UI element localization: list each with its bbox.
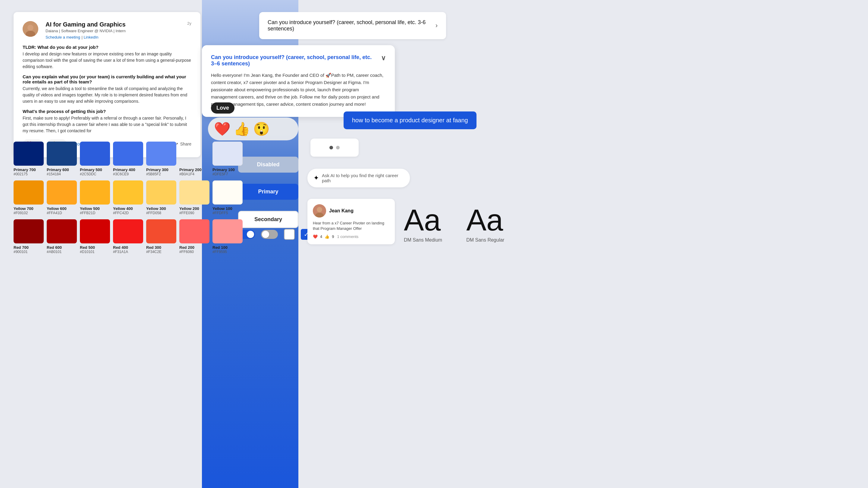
faq-answer: Hello everyone! I'm Jean Kang, the Found…: [211, 72, 386, 108]
heart-reaction-icon[interactable]: ❤️: [214, 121, 230, 137]
linkedin-link[interactable]: LinkedIn: [84, 35, 98, 39]
dot-1: [330, 146, 333, 150]
wow-reaction-icon[interactable]: 😲: [253, 121, 270, 137]
yellow-palette-row: Yellow 700 #F09102 Yellow 600 #FFA41D Ye…: [13, 181, 243, 215]
section3-text: First, make sure to apply! Preferably wi…: [23, 115, 191, 134]
jean-comments: 1 comments: [337, 234, 358, 239]
post-card: AI for Gaming and Graphics Daiana | Soft…: [13, 12, 200, 157]
swatch-yellow-400: Yellow 400 #FFC42D: [113, 181, 143, 215]
primary-palette-row: Primary 700 #002175 Primary 600 #154184 …: [13, 141, 243, 176]
avatar: [23, 21, 38, 37]
svg-point-4: [317, 207, 322, 213]
schedule-meeting-link[interactable]: Schedule a meeting: [45, 35, 80, 39]
swatch-yellow-600: Yellow 600 #FFA41D: [47, 181, 77, 215]
sparkle-icon: ✦: [313, 174, 319, 182]
love-tooltip: Love: [211, 102, 235, 113]
chevron-right-icon: ›: [435, 22, 438, 30]
section3-title: What's the process of getting this job?: [23, 109, 191, 114]
swatch-red-300: Red 300 #F34C2E: [146, 219, 176, 254]
jean-reactions: ❤️ 4 👍 9: [313, 234, 334, 239]
primary-label: Primary: [258, 189, 278, 195]
swatch-primary-300: Primary 300 #5B85F2: [146, 141, 176, 176]
swatch-yellow-200: Yellow 200 #FFE090: [179, 181, 210, 215]
swatch-red-600: Red 600 #AB0101: [47, 219, 77, 254]
toggle-off[interactable]: [261, 230, 278, 239]
toggle-row: ✓: [238, 229, 312, 240]
section1-text: I develop and design new features or imp…: [23, 51, 191, 70]
section2-title: Can you explain what you (or your team) …: [23, 74, 191, 84]
jean-header: Jean Kang: [313, 204, 390, 218]
jean-desc: Hear from a x7 Career Pivoter on landing…: [313, 221, 390, 231]
chevron-up-icon: ∨: [381, 54, 386, 62]
type-medium-sample: Aa: [404, 205, 442, 235]
jean-kang-card[interactable]: Jean Kang Hear from a x7 Career Pivoter …: [307, 199, 395, 244]
jean-avatar: [313, 204, 326, 218]
post-time: 2y: [187, 21, 191, 26]
ai-ask-bar[interactable]: ✦ Ask AI to help you find the right care…: [307, 169, 410, 187]
post-author: Daiana | Software Engineer @ NVIDIA | In…: [45, 29, 187, 33]
disabled-button: Disabled: [238, 157, 299, 173]
thumbsup-reaction-icon[interactable]: 👍: [234, 121, 250, 137]
jean-name: Jean Kang: [329, 208, 353, 214]
disabled-label: Disabled: [257, 161, 279, 167]
checkbox-unchecked[interactable]: [284, 229, 295, 240]
swatch-yellow-500: Yellow 500 #FFB21D: [80, 181, 110, 215]
swatch-red-700: Red 700 #900101: [13, 219, 44, 254]
type-regular-sample: Aa: [466, 205, 504, 235]
secondary-label: Secondary: [254, 216, 282, 222]
swatch-yellow-100: Yellow 100 #FFDFF5: [213, 181, 243, 215]
post-meta: AI for Gaming and Graphics Daiana | Soft…: [45, 21, 187, 40]
swatch-red-500: Red 500 #D10101: [80, 219, 110, 254]
swatch-primary-500: Primary 500 #2C5DDC: [80, 141, 110, 176]
type-medium: Aa DM Sans Medium: [404, 205, 442, 243]
red-palette-row: Red 700 #900101 Red 600 #AB0101 Red 500 …: [13, 219, 243, 254]
swatch-yellow-300: Yellow 300 #FFD058: [146, 181, 176, 215]
love-label: Love: [216, 105, 229, 111]
ai-ask-text: Ask AI to help you find the right career…: [322, 173, 404, 183]
secondary-button[interactable]: Secondary: [238, 211, 299, 228]
section1-title: TLDR: What do you do at your job?: [23, 44, 191, 50]
swatch-red-100: Red 100 #FF9595: [213, 219, 243, 254]
swatch-yellow-700: Yellow 700 #F09102: [13, 181, 44, 215]
toggle-knob-off: [262, 231, 269, 238]
color-palette: Primary 700 #002175 Primary 600 #154184 …: [13, 141, 243, 254]
section2-text: Currently, we are building a tool to str…: [23, 86, 191, 104]
swatch-red-400: Red 400 #F31A1A: [113, 219, 143, 254]
dots-indicator: [310, 138, 359, 157]
swatch-primary-100: Primary 100 #DFE5F7: [213, 141, 243, 176]
jean-heart-icon: ❤️: [313, 234, 318, 239]
dot-2: [336, 146, 340, 150]
swatch-red-200: Red 200 #FF6060: [179, 219, 210, 254]
ai-search-label: how to become a product designer at faan…: [352, 117, 468, 124]
jean-footer: ❤️ 4 👍 9 1 comments: [313, 234, 390, 239]
type-medium-name: DM Sans Medium: [404, 237, 442, 243]
jean-like-count: 9: [332, 234, 334, 239]
jean-thumb-icon: 👍: [324, 234, 330, 239]
type-regular: Aa DM Sans Regular: [466, 205, 504, 243]
swatch-primary-600: Primary 600 #154184: [47, 141, 77, 176]
post-header: AI for Gaming and Graphics Daiana | Soft…: [23, 21, 191, 40]
reaction-picker[interactable]: ❤️ 👍 😲: [208, 118, 299, 140]
swatch-primary-700: Primary 700 #002175: [13, 141, 44, 176]
post-title: AI for Gaming and Graphics: [45, 21, 187, 28]
svg-point-1: [27, 25, 33, 31]
swatch-primary-400: Primary 400 #3C6CE9: [113, 141, 143, 176]
faq-question[interactable]: Can you introduce yourself? (career, sch…: [211, 54, 386, 67]
type-regular-name: DM Sans Regular: [466, 237, 504, 243]
primary-button[interactable]: Primary: [238, 184, 299, 200]
faq-collapsed-text: Can you introduce yourself? (career, sch…: [268, 19, 435, 32]
faq-collapsed-item[interactable]: Can you introduce yourself? (career, sch…: [259, 12, 446, 39]
toggle-knob-on: [247, 231, 254, 238]
jean-love-count: 4: [320, 234, 322, 239]
typography-section: Aa DM Sans Medium Aa DM Sans Regular: [404, 205, 504, 243]
ai-search-chip[interactable]: how to become a product designer at faan…: [344, 111, 476, 129]
swatch-primary-200: Primary 200 #B0A1F4: [179, 141, 210, 176]
